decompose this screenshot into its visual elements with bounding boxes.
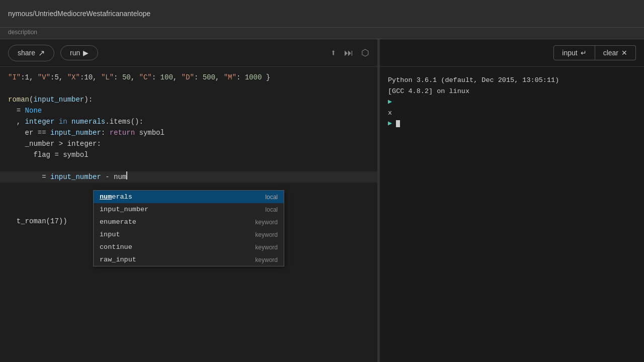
- description-text: description: [8, 29, 37, 36]
- ac-item-enumerate[interactable]: enumerate keyword: [94, 216, 284, 228]
- code-line-5: , integer in numerals.items():: [0, 116, 377, 127]
- ac-item-raw-input[interactable]: raw_input keyword: [94, 253, 284, 266]
- cube-icon[interactable]: ⬡: [361, 47, 369, 58]
- terminal-prompt-1: ▶: [388, 97, 636, 108]
- ac-type-input: keyword: [255, 231, 278, 238]
- clear-button[interactable]: clear ✕: [595, 45, 636, 60]
- ac-item-numerals[interactable]: numerals local: [94, 191, 284, 203]
- input-label: input: [562, 49, 577, 57]
- share-label: share: [18, 49, 35, 57]
- terminal-prompt-2: ▶: [388, 118, 636, 129]
- output-value: x: [388, 109, 392, 117]
- upload-icon[interactable]: ⬆: [331, 47, 336, 58]
- run-button[interactable]: run ▶: [60, 45, 98, 60]
- ac-name-input-number: input_number: [100, 206, 148, 213]
- ac-type-numerals: local: [265, 194, 278, 201]
- share-button[interactable]: share ↗: [8, 45, 54, 61]
- ac-type-raw-input: keyword: [255, 256, 278, 263]
- main-layout: share ↗ run ▶ ⬆ ⏭ ⬡ "I":1, "V":5, "X":10…: [0, 39, 644, 362]
- code-line-10: = input_number - num: [0, 171, 377, 183]
- share-icon: ↗: [38, 48, 45, 58]
- input-button[interactable]: input ↵: [553, 45, 595, 60]
- code-line-4: = None: [0, 105, 377, 116]
- ac-name-continue: continue: [100, 243, 132, 251]
- ac-type-continue: keyword: [255, 244, 278, 251]
- top-bar-title: nymous/UntriedMediocreWestafricanantelop…: [8, 10, 150, 18]
- run-icon: ▶: [83, 49, 89, 57]
- ac-item-input[interactable]: input keyword: [94, 228, 284, 241]
- title-prefix: nymous/UntriedMediocreWestafricanantelop…: [8, 10, 150, 18]
- code-line-9: [0, 160, 377, 171]
- prompt-2: ▶: [388, 120, 392, 127]
- run-label: run: [70, 49, 80, 57]
- terminal-panel: input ↵ clear ✕ Python 3.6.1 (default, D…: [380, 39, 644, 362]
- terminal-output-1: x: [388, 108, 636, 119]
- editor-toolbar: share ↗ run ▶ ⬆ ⏭ ⬡: [0, 39, 377, 67]
- terminal-toolbar: input ↵ clear ✕: [380, 39, 644, 67]
- toolbar-icon-area: ⬆ ⏭ ⬡: [331, 47, 369, 58]
- ac-name-enumerate: enumerate: [100, 218, 136, 226]
- ac-name-input: input: [100, 231, 120, 238]
- code-line-1: "I":1, "V":5, "X":10, "L": 50, "C": 100,…: [0, 72, 377, 83]
- code-line-2: [0, 83, 377, 94]
- code-area[interactable]: "I":1, "V":5, "X":10, "L": 50, "C": 100,…: [0, 67, 377, 362]
- clear-icon: ✕: [621, 49, 627, 57]
- terminal-line-1: Python 3.6.1 (default, Dec 2015, 13:05:1…: [388, 75, 636, 86]
- code-line-7: _number > integer:: [0, 138, 377, 149]
- terminal-cursor: [396, 120, 400, 127]
- ac-item-continue[interactable]: continue keyword: [94, 241, 284, 253]
- description-bar: description: [0, 28, 644, 39]
- code-line-3: roman(input_number):: [0, 94, 377, 105]
- step-icon[interactable]: ⏭: [344, 48, 353, 58]
- terminal-output: Python 3.6.1 (default, Dec 2015, 13:05:1…: [380, 67, 644, 362]
- ac-type-enumerate: keyword: [255, 219, 278, 226]
- ac-name-numerals: numerals: [100, 193, 132, 201]
- editor-panel: share ↗ run ▶ ⬆ ⏭ ⬡ "I":1, "V":5, "X":10…: [0, 39, 377, 362]
- terminal-line-2: [GCC 4.8.2] on linux: [388, 86, 636, 97]
- top-bar: nymous/UntriedMediocreWestafricanantelop…: [0, 0, 644, 28]
- ac-name-raw-input: raw_input: [100, 256, 136, 263]
- clear-label: clear: [603, 49, 618, 57]
- code-line-8: flag = symbol: [0, 149, 377, 160]
- prompt-1: ▶: [388, 98, 392, 106]
- input-icon: ↵: [581, 49, 587, 57]
- ac-item-input-number[interactable]: input_number local: [94, 203, 284, 216]
- ac-type-input-number: local: [265, 206, 278, 213]
- autocomplete-dropdown[interactable]: numerals local input_number local enumer…: [93, 190, 284, 266]
- code-line-6: er == input_number: return symbol: [0, 127, 377, 138]
